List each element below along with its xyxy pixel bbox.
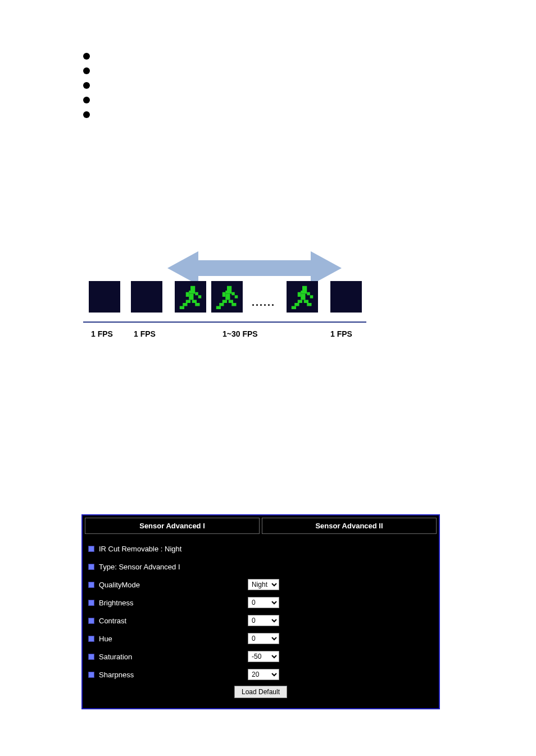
load-default-button[interactable]: Load Default [234,686,287,698]
tab-sensor-advanced-2[interactable]: Sensor Advanced II [262,518,437,534]
quality-mode-select[interactable]: Night [248,579,279,590]
bullet [83,97,90,103]
svg-rect-17 [231,292,235,296]
thumbs-row [83,281,375,317]
svg-rect-19 [225,294,230,300]
svg-rect-29 [307,292,310,296]
svg-rect-15 [225,291,231,294]
fps-label: 1 FPS [91,329,113,338]
contrast-select[interactable]: 0 [248,615,279,626]
svg-rect-33 [294,303,299,306]
svg-rect-26 [302,286,307,291]
ir-cut-removable-label: IR Cut Removable : Night [99,545,181,553]
svg-rect-22 [216,306,221,310]
svg-rect-14 [227,286,231,291]
bullet-list [83,53,90,126]
frame-thumb-blank [89,281,120,313]
svg-rect-23 [229,300,233,304]
hue-label: Hue [99,635,112,643]
sharpness-select[interactable]: 20 [248,669,279,680]
fps-label: 1~30 FPS [222,329,258,338]
svg-rect-21 [219,303,224,306]
frame-thumb-blank [131,281,162,313]
sensor-advanced-panel: Sensor Advanced I Sensor Advanced II IR … [81,514,440,709]
bullet-square-icon [88,600,94,606]
svg-marker-0 [167,251,342,285]
bullet [83,67,90,74]
brightness-label: Brightness [99,599,133,607]
svg-rect-36 [307,303,311,306]
bullet-square-icon [88,618,94,624]
svg-rect-30 [310,295,314,298]
bullet-square-icon [88,636,94,642]
ellipsis: ...... [252,297,275,309]
svg-rect-3 [189,291,195,294]
frame-thumb-walker [287,281,318,313]
svg-rect-24 [231,303,236,306]
svg-rect-6 [198,295,202,298]
hue-select[interactable]: 0 [248,633,279,644]
fps-label: 1 FPS [134,329,156,338]
bullet-square-icon [88,546,94,552]
brightness-select[interactable]: 0 [248,597,279,608]
svg-rect-16 [222,292,226,297]
svg-rect-4 [186,292,189,297]
double-arrow-icon [167,251,342,274]
svg-rect-31 [301,294,305,300]
bullet-square-icon [88,564,94,570]
bullet [83,82,90,89]
tab-sensor-advanced-1[interactable]: Sensor Advanced I [85,518,260,534]
timeline-rule [83,322,366,323]
svg-rect-9 [183,303,187,306]
frame-thumb-blank [330,281,362,313]
svg-rect-10 [180,306,184,310]
type-label: Type: Sensor Advanced I [99,563,180,571]
svg-rect-18 [235,295,238,298]
bullet-square-icon [88,582,94,588]
bullet [83,53,90,60]
svg-rect-20 [222,300,227,304]
svg-rect-11 [192,300,197,304]
bullet-square-icon [88,654,94,660]
svg-rect-12 [195,303,199,306]
svg-rect-32 [298,300,302,304]
frame-thumb-walker [175,281,206,313]
svg-rect-34 [292,306,296,310]
saturation-label: Saturation [99,653,132,661]
svg-rect-35 [304,300,308,304]
svg-rect-28 [298,292,301,297]
quality-mode-label: QualityMode [99,581,140,589]
svg-rect-27 [301,291,307,294]
bullet-square-icon [88,672,94,678]
frame-thumb-walker [211,281,243,313]
contrast-label: Contrast [99,617,126,625]
svg-rect-8 [186,300,190,304]
fps-label: 1 FPS [330,329,352,338]
svg-rect-5 [195,292,198,296]
bullet [83,111,90,118]
svg-rect-7 [189,294,193,300]
sharpness-label: Sharpness [99,671,134,679]
saturation-select[interactable]: -50 [248,651,279,662]
svg-rect-2 [190,286,195,291]
